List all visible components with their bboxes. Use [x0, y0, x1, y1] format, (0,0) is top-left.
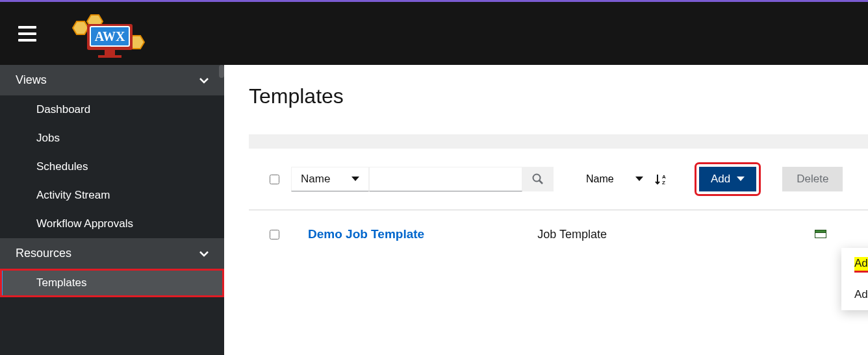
add-workflow-template-item[interactable]: Add workflow template	[841, 279, 868, 310]
delete-button[interactable]: Delete	[782, 167, 843, 191]
svg-text:Z: Z	[662, 180, 665, 186]
sidebar-item-templates[interactable]: Templates	[0, 269, 224, 297]
dropdown-item-label: Add job template	[854, 257, 868, 273]
sidebar-item-schedules[interactable]: Schedules	[0, 153, 224, 181]
sort-alpha-icon: A Z	[654, 173, 667, 186]
hamburger-menu-button[interactable]	[18, 26, 36, 42]
svg-marker-0	[73, 21, 88, 34]
row-checkbox[interactable]	[270, 230, 279, 239]
add-job-template-item[interactable]: Add job template	[841, 248, 868, 279]
dropdown-item-label: Add workflow template	[854, 288, 868, 300]
sidebar-section-resources[interactable]: Resources	[0, 238, 224, 269]
caret-down-icon	[737, 177, 745, 185]
add-dropdown-menu: Add job template Add workflow template	[841, 248, 868, 310]
template-type-label: Job Template	[537, 228, 607, 241]
search-input[interactable]	[369, 167, 522, 191]
sidebar-section-views[interactable]: Views	[0, 65, 224, 95]
chevron-down-icon	[199, 249, 209, 258]
awx-logo: AWX	[69, 8, 153, 59]
svg-rect-6	[105, 50, 115, 55]
add-button-label: Add	[711, 173, 730, 186]
search-icon	[532, 173, 544, 185]
sidebar-item-dashboard[interactable]: Dashboard	[0, 95, 224, 124]
svg-text:A: A	[662, 174, 666, 180]
sidebar-item-activity-stream[interactable]: Activity Stream	[0, 181, 224, 210]
search-button[interactable]	[522, 167, 554, 191]
caret-down-icon	[351, 177, 359, 185]
page-title: Templates	[249, 84, 868, 108]
select-all-checkbox[interactable]	[270, 175, 279, 184]
add-button[interactable]: Add	[699, 167, 756, 191]
sidebar-item-jobs[interactable]: Jobs	[0, 124, 224, 153]
table-row: Demo Job Template Job Template	[249, 210, 868, 258]
svg-text:AWX: AWX	[95, 29, 125, 43]
sort-key-select[interactable]: Name	[577, 167, 648, 191]
caret-down-icon	[635, 177, 643, 185]
sort-order-button[interactable]: A Z	[648, 167, 673, 191]
sidebar-section-label: Resources	[16, 247, 71, 260]
sidebar-item-workflow-approvals[interactable]: Workflow Approvals	[0, 210, 224, 238]
sidebar-section-label: Views	[16, 73, 47, 87]
sort-key-label: Name	[586, 173, 614, 185]
template-name-link[interactable]: Demo Job Template	[308, 227, 424, 241]
chevron-down-icon	[199, 76, 209, 85]
svg-line-9	[539, 180, 542, 184]
svg-point-8	[533, 175, 541, 182]
status-success-icon[interactable]	[815, 230, 826, 239]
filter-key-label: Name	[301, 173, 330, 186]
svg-rect-7	[98, 55, 121, 58]
filter-key-select[interactable]: Name	[291, 167, 369, 191]
